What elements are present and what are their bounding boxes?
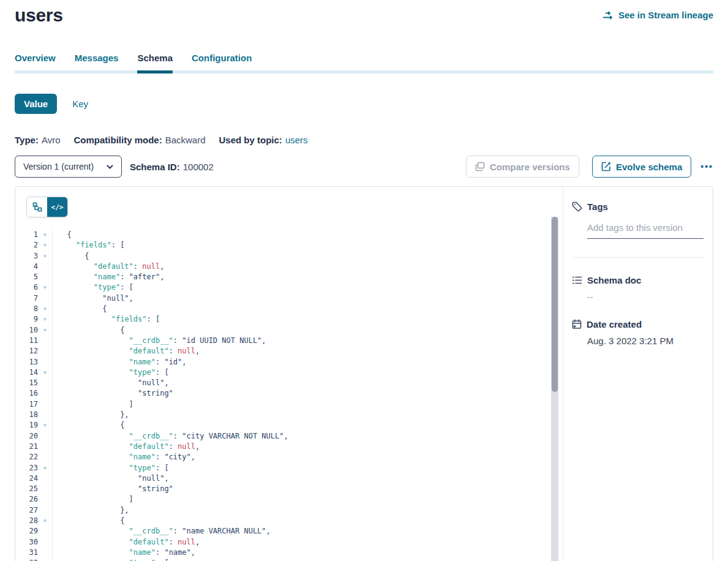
schema-doc-section: Schema doc -- (572, 275, 704, 302)
tab-bar: OverviewMessagesSchemaConfiguration (15, 53, 713, 73)
code-text[interactable]: "fields": [ (52, 240, 124, 250)
tree-view-icon (32, 202, 42, 212)
code-text[interactable]: "__crdb__": "id UUID NOT NULL", (52, 336, 266, 346)
more-options-button[interactable]: ••• (700, 162, 713, 171)
code-line: 27 }, (15, 505, 563, 516)
fold-toggle-icon[interactable]: ▼ (38, 325, 52, 336)
fold-toggle-icon[interactable]: ▼ (38, 558, 52, 561)
line-number: 31 (15, 548, 38, 558)
code-text[interactable]: "null", (52, 293, 133, 304)
line-number: 14 (15, 367, 38, 378)
line-number: 4 (15, 262, 38, 272)
fold-toggle-icon[interactable]: ▼ (38, 304, 52, 314)
line-number: 7 (15, 293, 38, 304)
fold-toggle-icon[interactable]: ▼ (38, 420, 52, 431)
line-number: 27 (15, 505, 38, 516)
line-number: 12 (15, 346, 38, 356)
editor-view-toggle: </> (26, 197, 68, 217)
topic-link[interactable]: users (285, 135, 308, 145)
code-text[interactable]: "__crdb__": "city VARCHAR NOT NULL", (52, 431, 288, 442)
code-text[interactable]: "name": "after", (52, 272, 164, 282)
fold-toggle-icon[interactable]: ▼ (38, 463, 52, 473)
key-tab-link[interactable]: Key (72, 99, 88, 109)
fold-toggle-icon[interactable]: ▼ (38, 240, 52, 250)
code-line: 24 "null", (15, 473, 563, 484)
code-lines: 1▼ {2▼ "fields": [3▼ {4 "default": null,… (15, 230, 563, 561)
tags-input[interactable] (587, 222, 704, 239)
fold-toggle-icon[interactable]: ▼ (38, 516, 52, 526)
schema-meta: Type:Avro Compatibility mode:Backward Us… (15, 135, 713, 145)
schema-card: </> 1▼ {2▼ "fields": [3▼ {4 "default": n… (15, 186, 713, 561)
code-line: 5 "name": "after", (15, 272, 563, 282)
line-number: 19 (15, 420, 38, 431)
code-text[interactable]: }, (52, 410, 129, 420)
tab-messages[interactable]: Messages (75, 53, 119, 73)
code-text[interactable]: "null", (52, 378, 169, 388)
list-icon (572, 276, 582, 285)
code-line: 17 ] (15, 399, 563, 410)
fold-toggle-icon[interactable]: ▼ (38, 367, 52, 378)
code-text[interactable]: "type": [ (52, 463, 169, 473)
code-text[interactable]: "default": null, (52, 262, 164, 272)
evolve-schema-button[interactable]: Evolve schema (592, 156, 691, 178)
edit-icon (601, 162, 611, 171)
fold-gutter-spacer (38, 399, 52, 410)
code-text[interactable]: "type": [ (52, 282, 133, 293)
code-text[interactable]: "string" (52, 484, 173, 494)
code-text[interactable]: "name": "name", (52, 548, 195, 558)
schema-doc-header: Schema doc (572, 275, 704, 285)
tab-configuration[interactable]: Configuration (192, 53, 252, 73)
code-text[interactable]: { (52, 516, 124, 526)
code-text[interactable]: { (52, 230, 72, 240)
code-text[interactable]: "string" (52, 388, 173, 399)
line-number: 32 (15, 558, 38, 561)
fold-toggle-icon[interactable]: ▼ (38, 282, 52, 293)
tab-schema[interactable]: Schema (137, 53, 173, 73)
code-text[interactable]: "name": "city", (52, 452, 195, 462)
fold-toggle-icon[interactable]: ▼ (38, 314, 52, 325)
code-text[interactable]: "name": "id", (52, 357, 187, 367)
fold-gutter-spacer (38, 442, 52, 452)
schema-type: Type:Avro (15, 135, 60, 145)
tree-view-button[interactable] (27, 197, 47, 217)
version-select[interactable]: Version 1 (current) (15, 156, 122, 178)
code-text[interactable]: "fields": [ (52, 314, 160, 325)
value-key-toggle: Value Key (15, 94, 713, 114)
code-text[interactable]: "default": null, (52, 442, 200, 452)
schema-page: users See in Stream lineage OverviewMess… (0, 0, 728, 561)
code-text[interactable]: "type": [ (52, 558, 169, 561)
code-view-icon: </> (51, 203, 64, 211)
code-text[interactable]: { (52, 325, 124, 336)
see-in-stream-lineage-link[interactable]: See in Stream lineage (602, 10, 713, 20)
code-line: 14▼ "type": [ (15, 367, 563, 378)
tab-overview[interactable]: Overview (15, 53, 56, 73)
code-line: 18 }, (15, 410, 563, 420)
code-text[interactable]: { (52, 251, 89, 262)
page-header: users See in Stream lineage (15, 0, 713, 26)
fold-gutter-spacer (38, 272, 52, 282)
value-tab-button[interactable]: Value (15, 94, 57, 114)
code-text[interactable]: ] (52, 494, 133, 505)
code-text[interactable]: { (52, 420, 124, 431)
code-text[interactable]: }, (52, 505, 129, 516)
code-text[interactable]: "__crdb__": "name VARCHAR NULL", (52, 526, 271, 537)
code-text[interactable]: "default": null, (52, 346, 200, 356)
fold-toggle-icon[interactable]: ▼ (38, 251, 52, 262)
code-text[interactable]: ] (52, 399, 133, 410)
code-text[interactable]: { (52, 304, 107, 314)
line-number: 30 (15, 537, 38, 548)
code-line: 1▼ { (15, 230, 563, 240)
fold-gutter-spacer (38, 505, 52, 516)
code-text[interactable]: "default": null, (52, 537, 200, 548)
code-view-button[interactable]: </> (47, 197, 67, 217)
sidebar-divider (572, 257, 704, 258)
compare-versions-icon (475, 162, 485, 171)
fold-toggle-icon[interactable]: ▼ (38, 230, 52, 240)
line-number: 9 (15, 314, 38, 325)
used-by-topic: Used by topic:users (219, 135, 308, 145)
fold-gutter-spacer (38, 262, 52, 272)
code-text[interactable]: "type": [ (52, 367, 169, 378)
editor-scrollbar-thumb[interactable] (552, 217, 558, 392)
compare-versions-button[interactable]: Compare versions (466, 156, 579, 178)
code-text[interactable]: "null", (52, 473, 169, 484)
